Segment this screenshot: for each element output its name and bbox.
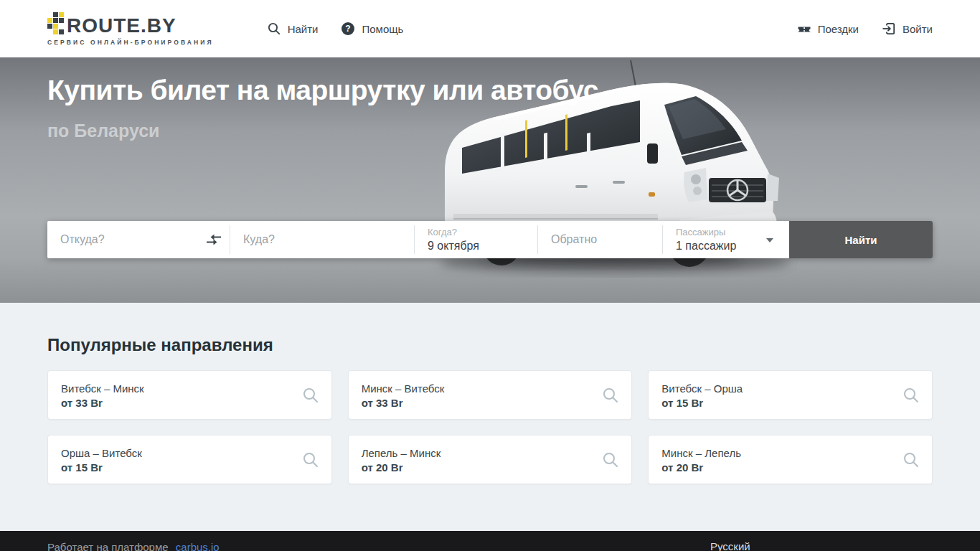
to-field	[230, 221, 414, 258]
from-input[interactable]	[47, 221, 230, 258]
login-icon	[882, 22, 896, 36]
hero-title: Купить билет на маршрутку или автобус	[47, 75, 598, 106]
passengers-label: Пассажиры	[676, 227, 789, 237]
magnifier-icon	[902, 386, 920, 405]
hero-banner: Купить билет на маршрутку или автобус по…	[0, 57, 980, 303]
search-form: Когда? 9 октября Пассажиры 1 пассажир На…	[47, 221, 933, 258]
nav-right: Поездки Войти	[797, 22, 933, 36]
route-name: Орша – Витебск	[61, 446, 319, 461]
swap-directions-icon[interactable]	[205, 232, 222, 247]
magnifier-icon	[601, 451, 620, 469]
search-submit-button[interactable]: Найти	[789, 221, 933, 258]
route-name: Лепель – Минск	[362, 446, 619, 461]
route-price: от 15 Br	[61, 461, 319, 475]
route-card[interactable]: Орша – Витебск от 15 Br	[47, 435, 332, 484]
nav-item-find[interactable]: Найти	[267, 22, 319, 36]
date-field[interactable]: Когда? 9 октября	[415, 221, 537, 258]
nav-item-help[interactable]: ? Помощь	[341, 22, 403, 36]
hero-subtitle: по Беларуси	[47, 121, 159, 141]
route-card[interactable]: Минск – Витебск от 33 Br	[348, 370, 633, 420]
date-label: Когда?	[428, 227, 537, 237]
search-icon	[267, 22, 281, 36]
route-name: Минск – Лепель	[661, 446, 919, 461]
magnifier-icon	[902, 451, 920, 469]
from-field	[47, 221, 230, 258]
route-cards-grid: Витебск – Минск от 33 Br Минск – Витебск…	[47, 370, 933, 484]
route-price: от 20 Br	[661, 461, 919, 475]
nav-label: Войти	[903, 23, 933, 35]
route-price: от 33 Br	[61, 396, 319, 410]
nav-label: Поездки	[818, 23, 859, 35]
ticket-icon	[797, 22, 811, 36]
language-selector[interactable]: Русский	[710, 540, 750, 551]
route-name: Витебск – Минск	[61, 382, 319, 396]
logo-tagline: СЕРВИС ОНЛАЙН-БРОНИРОВАНИЯ	[47, 39, 214, 46]
footer: Работает на платформе carbus.io Русский	[0, 531, 980, 551]
route-price: от 33 Br	[362, 396, 619, 410]
to-input[interactable]	[230, 221, 414, 258]
magnifier-icon	[301, 451, 320, 469]
return-field	[538, 221, 662, 258]
passengers-field[interactable]: Пассажиры 1 пассажир	[663, 221, 789, 258]
nav-label: Помощь	[362, 23, 403, 35]
route-card[interactable]: Лепель – Минск от 20 Br	[348, 435, 633, 484]
carbus-link[interactable]: carbus.io	[176, 541, 220, 551]
route-name: Минск – Витебск	[362, 382, 619, 396]
logo-pixel-mark-icon	[47, 12, 64, 34]
route-price: от 15 Br	[661, 396, 919, 410]
header: ROUTE.BY СЕРВИС ОНЛАЙН-БРОНИРОВАНИЯ Найт…	[0, 0, 980, 57]
svg-text:?: ?	[346, 24, 351, 34]
logo-text: ROUTE.BY	[67, 16, 176, 36]
chevron-down-icon	[766, 238, 773, 242]
route-name: Витебск – Орша	[661, 382, 919, 396]
nav-left: Найти ? Помощь	[267, 22, 404, 36]
magnifier-icon	[601, 386, 620, 405]
magnifier-icon	[301, 386, 320, 405]
logo[interactable]: ROUTE.BY СЕРВИС ОНЛАЙН-БРОНИРОВАНИЯ	[47, 12, 214, 46]
nav-item-trips[interactable]: Поездки	[797, 22, 859, 36]
route-card[interactable]: Витебск – Орша от 15 Br	[648, 370, 933, 420]
nav-item-login[interactable]: Войти	[882, 22, 933, 36]
platform-text: Работает на платформе	[47, 541, 169, 551]
return-input[interactable]	[538, 221, 662, 258]
date-value: 9 октября	[428, 239, 537, 253]
route-price: от 20 Br	[362, 461, 619, 475]
route-card[interactable]: Минск – Лепель от 20 Br	[648, 435, 933, 484]
route-card[interactable]: Витебск – Минск от 33 Br	[47, 370, 332, 420]
help-icon: ?	[341, 22, 355, 36]
section-heading: Популярные направления	[47, 335, 933, 355]
popular-routes-section: Популярные направления Витебск – Минск о…	[0, 303, 980, 531]
nav-label: Найти	[288, 23, 319, 35]
